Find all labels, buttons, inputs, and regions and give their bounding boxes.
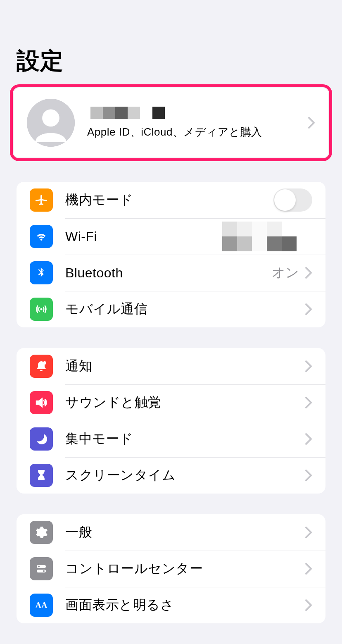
apple-id-highlight: Apple ID、iCloud、メディアと購入 — [10, 84, 332, 161]
cellular-icon — [30, 298, 53, 321]
svg-text:AA: AA — [36, 601, 48, 610]
display-icon: AA — [30, 594, 53, 617]
screentime-label: スクリーンタイム — [65, 466, 305, 484]
general-icon — [30, 521, 53, 544]
chevron-right-icon — [305, 396, 312, 409]
chevron-right-icon — [305, 469, 312, 482]
bluetooth-label: Bluetooth — [65, 265, 272, 281]
control-center-icon — [30, 557, 53, 580]
sounds-row[interactable]: サウンドと触覚 — [17, 384, 325, 421]
profile-subtitle: Apple ID、iCloud、メディアと購入 — [87, 125, 308, 139]
chevron-right-icon — [305, 563, 312, 575]
svg-point-7 — [43, 570, 45, 572]
general-label: 一般 — [65, 523, 305, 541]
notifications-label: 通知 — [65, 357, 305, 375]
general-row[interactable]: 一般 — [17, 514, 325, 551]
bluetooth-row[interactable]: Bluetooth オン — [17, 255, 325, 291]
screentime-icon — [30, 464, 53, 487]
sounds-label: サウンドと触覚 — [65, 394, 305, 412]
airplane-mode-row[interactable]: 機内モード — [17, 182, 325, 218]
avatar — [27, 99, 75, 147]
control-center-label: コントロールセンター — [65, 560, 305, 578]
airplane-mode-label: 機内モード — [65, 191, 273, 209]
svg-point-5 — [38, 566, 40, 568]
notifications-icon — [30, 355, 53, 378]
wifi-row[interactable]: Wi-Fi — [17, 218, 325, 255]
airplane-mode-toggle[interactable] — [273, 188, 312, 212]
chevron-right-icon — [305, 303, 312, 315]
focus-label: 集中モード — [65, 430, 305, 448]
wifi-value-redacted — [222, 218, 297, 255]
chevron-right-icon — [305, 433, 312, 445]
wifi-icon — [30, 225, 53, 248]
cellular-row[interactable]: モバイル通信 — [17, 291, 325, 327]
chevron-right-icon — [305, 526, 312, 539]
chevron-right-icon — [305, 360, 312, 372]
control-center-row[interactable]: コントロールセンター — [17, 551, 325, 587]
page-title: 設定 — [0, 0, 342, 84]
sounds-icon — [30, 391, 53, 414]
airplane-icon — [30, 188, 53, 212]
screentime-row[interactable]: スクリーンタイム — [17, 457, 325, 494]
chevron-right-icon — [305, 267, 312, 279]
cellular-label: モバイル通信 — [65, 300, 305, 318]
display-row[interactable]: AA 画面表示と明るさ — [17, 587, 325, 623]
svg-point-2 — [40, 308, 43, 310]
bluetooth-value: オン — [272, 264, 299, 282]
chevron-right-icon — [308, 117, 315, 129]
focus-row[interactable]: 集中モード — [17, 421, 325, 457]
notifications-row[interactable]: 通知 — [17, 348, 325, 384]
chevron-right-icon — [305, 599, 312, 611]
display-label: 画面表示と明るさ — [65, 596, 305, 614]
svg-point-3 — [43, 361, 46, 365]
focus-icon — [30, 427, 53, 451]
profile-name-redacted — [90, 107, 308, 119]
bluetooth-icon — [30, 261, 53, 284]
svg-point-1 — [42, 110, 59, 127]
apple-id-row[interactable]: Apple ID、iCloud、メディアと購入 — [14, 88, 328, 157]
